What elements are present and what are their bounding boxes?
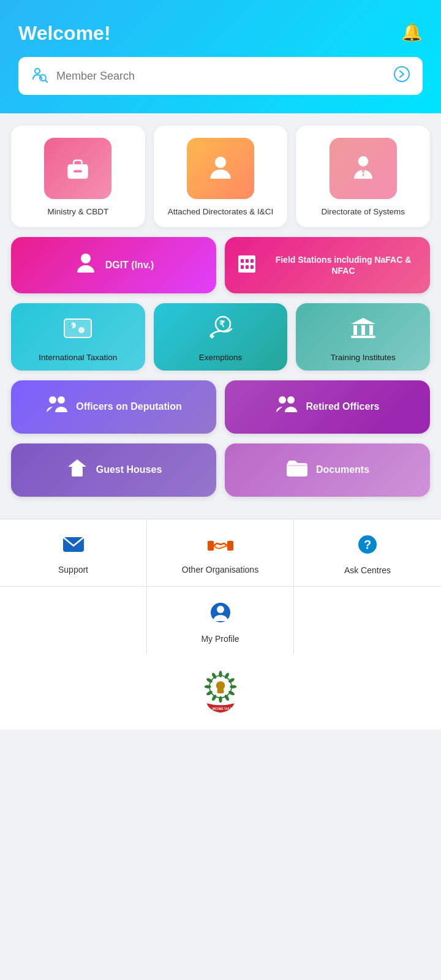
svg-rect-15 [246, 259, 249, 263]
person-icon [205, 153, 236, 184]
svg-text:INCOME TAX DEPARTMENT: INCOME TAX DEPARTMENT [213, 707, 249, 710]
other-organisations-nav-item[interactable]: Other Organisations [147, 519, 294, 586]
svg-rect-39 [208, 541, 214, 551]
ministry-cbdt-card[interactable]: Ministry & CBDT [11, 126, 145, 227]
documents-button[interactable]: Documents [225, 443, 430, 497]
exemptions-label: Exemptions [199, 353, 243, 362]
svg-point-46 [219, 671, 222, 677]
search-input[interactable] [56, 70, 385, 83]
svg-rect-20 [64, 319, 91, 337]
documents-label: Documents [316, 464, 369, 477]
bank-icon [347, 313, 379, 348]
dgit-inv-button[interactable]: DGIT (Inv.) [11, 237, 216, 294]
envelope-icon [62, 535, 85, 559]
search-go-icon[interactable] [393, 66, 410, 86]
emblem-svg: INCOME TAX DEPARTMENT [193, 666, 248, 721]
svg-point-0 [35, 69, 40, 74]
support-nav-item[interactable]: Support [0, 519, 147, 586]
ask-centres-label: Ask Centres [344, 565, 391, 575]
training-institutes-card[interactable]: Training Institutes [296, 303, 430, 371]
profile-icon [209, 601, 232, 628]
support-label: Support [58, 565, 88, 575]
retired-officers-button[interactable]: Retired Officers [225, 380, 430, 434]
my-profile-nav-item[interactable]: My Profile [147, 587, 294, 655]
svg-point-8 [358, 156, 368, 167]
header: Welcome! 🔔 [0, 0, 441, 113]
svg-rect-40 [227, 541, 233, 551]
svg-text:₹: ₹ [219, 319, 225, 329]
svg-rect-18 [246, 265, 249, 269]
rupee-hand-icon: ₹ [205, 313, 236, 348]
svg-rect-30 [351, 336, 375, 338]
svg-text:5: 5 [69, 322, 73, 329]
group2-icon [275, 394, 298, 420]
svg-rect-19 [251, 265, 254, 269]
money-icon: 5 [62, 313, 94, 348]
svg-point-52 [219, 696, 222, 703]
svg-rect-14 [241, 259, 244, 263]
person-tie-icon [348, 153, 379, 184]
purple-buttons-row1: Officers on Deputation Retired Officers [11, 380, 430, 434]
top-cards-grid: Ministry & CBDT Attached Directorates & … [11, 126, 430, 227]
building-icon [235, 251, 259, 281]
svg-point-11 [81, 254, 91, 263]
field-stations-button[interactable]: Field Stations including NaFAC & NFAC [225, 237, 430, 294]
svg-rect-27 [353, 325, 357, 335]
svg-point-55 [205, 685, 211, 688]
svg-rect-17 [241, 265, 244, 269]
my-profile-label: My Profile [201, 634, 239, 644]
question-circle-icon: ? [357, 534, 378, 559]
guest-houses-label: Guest Houses [96, 464, 162, 477]
guest-houses-button[interactable]: Guest Houses [11, 443, 216, 497]
search-bar[interactable] [18, 57, 423, 95]
logo-footer: INCOME TAX DEPARTMENT [0, 655, 441, 729]
dgit-person-icon [74, 251, 98, 281]
officers-deputation-button[interactable]: Officers on Deputation [11, 380, 216, 434]
income-tax-dept-logo: INCOME TAX DEPARTMENT [193, 666, 248, 723]
international-taxation-card[interactable]: 5 International Taxation [11, 303, 145, 371]
directorate-systems-card[interactable]: Directorate of Systems [296, 126, 430, 227]
svg-rect-16 [251, 259, 254, 263]
briefcase-icon [62, 153, 93, 184]
svg-rect-13 [238, 255, 255, 273]
svg-point-33 [279, 396, 286, 404]
wide-buttons-row1: DGIT (Inv.) Field Stations including NaF… [11, 237, 430, 294]
svg-rect-59 [217, 689, 224, 693]
handshake-icon [207, 535, 234, 559]
teal-cards-grid: 5 International Taxation ₹ Exemptions [11, 303, 430, 371]
svg-point-32 [58, 396, 65, 404]
folder-icon [285, 457, 309, 483]
field-stations-label: Field Stations including NaFAC & NFAC [266, 254, 420, 276]
search-person-icon [31, 66, 48, 86]
svg-marker-26 [351, 318, 375, 324]
svg-point-22 [78, 327, 85, 333]
bell-icon[interactable]: 🔔 [401, 22, 423, 42]
svg-point-3 [394, 67, 409, 81]
svg-point-31 [49, 396, 56, 404]
svg-marker-35 [68, 459, 86, 467]
house-icon [66, 457, 89, 483]
bottom-nav: Support Other Organisations ? Ask Centr [0, 519, 441, 729]
svg-point-49 [230, 685, 236, 688]
svg-rect-37 [75, 470, 80, 477]
svg-rect-29 [369, 325, 373, 335]
ask-centres-nav-item[interactable]: ? Ask Centres [294, 519, 441, 586]
svg-rect-28 [361, 325, 365, 335]
svg-point-34 [287, 396, 295, 404]
attached-directorates-card[interactable]: Attached Directorates & I&CI [154, 126, 288, 227]
exemptions-card[interactable]: ₹ Exemptions [154, 303, 288, 371]
svg-rect-12 [83, 265, 89, 267]
bottom-nav-row2: My Profile [0, 587, 441, 655]
officers-deputation-label: Officers on Deputation [76, 401, 181, 413]
training-institutes-label: Training Institutes [331, 353, 396, 362]
directorate-systems-label: Directorate of Systems [321, 206, 405, 217]
attached-directorates-label: Attached Directorates & I&CI [168, 206, 274, 217]
international-taxation-label: International Taxation [39, 353, 117, 362]
svg-line-2 [45, 80, 47, 82]
purple-buttons-row2: Guest Houses Documents [11, 443, 430, 497]
svg-point-58 [216, 681, 225, 690]
svg-point-44 [217, 606, 224, 613]
dgit-inv-label: DGIT (Inv.) [105, 259, 154, 272]
svg-point-7 [215, 157, 226, 168]
retired-officers-label: Retired Officers [306, 401, 379, 413]
